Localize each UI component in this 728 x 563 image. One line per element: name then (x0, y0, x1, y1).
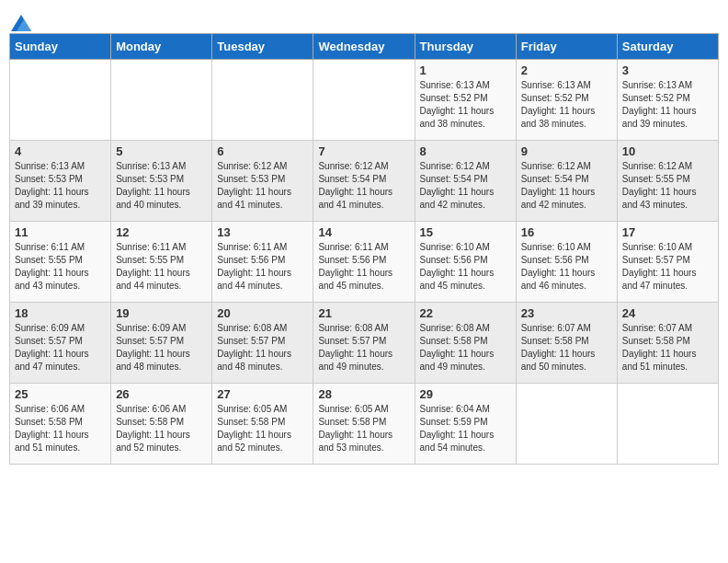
day-info: Sunrise: 6:12 AM Sunset: 5:54 PM Dayligh… (420, 161, 495, 210)
day-number: 2 (521, 63, 612, 77)
week-row-2: 4Sunrise: 6:13 AM Sunset: 5:53 PM Daylig… (10, 141, 719, 222)
day-cell: 15Sunrise: 6:10 AM Sunset: 5:56 PM Dayli… (415, 222, 516, 303)
week-row-1: 1Sunrise: 6:13 AM Sunset: 5:52 PM Daylig… (10, 60, 719, 141)
day-number: 25 (15, 387, 106, 401)
day-cell (313, 60, 415, 141)
day-number: 7 (318, 144, 409, 158)
day-info: Sunrise: 6:07 AM Sunset: 5:58 PM Dayligh… (622, 323, 697, 372)
day-number: 20 (217, 306, 308, 320)
day-number: 9 (521, 144, 612, 158)
day-info: Sunrise: 6:10 AM Sunset: 5:56 PM Dayligh… (420, 242, 495, 291)
day-cell: 12Sunrise: 6:11 AM Sunset: 5:55 PM Dayli… (111, 222, 212, 303)
day-cell: 8Sunrise: 6:12 AM Sunset: 5:54 PM Daylig… (415, 141, 516, 222)
day-cell: 10Sunrise: 6:12 AM Sunset: 5:55 PM Dayli… (617, 141, 718, 222)
day-cell (617, 384, 718, 465)
day-number: 12 (116, 225, 207, 239)
day-number: 4 (15, 144, 106, 158)
day-info: Sunrise: 6:05 AM Sunset: 5:58 PM Dayligh… (318, 404, 392, 453)
day-cell: 24Sunrise: 6:07 AM Sunset: 5:58 PM Dayli… (617, 303, 718, 384)
day-cell: 17Sunrise: 6:10 AM Sunset: 5:57 PM Dayli… (617, 222, 718, 303)
day-info: Sunrise: 6:10 AM Sunset: 5:57 PM Dayligh… (622, 242, 697, 291)
day-info: Sunrise: 6:12 AM Sunset: 5:55 PM Dayligh… (622, 161, 697, 210)
day-info: Sunrise: 6:12 AM Sunset: 5:53 PM Dayligh… (217, 161, 291, 210)
header-cell-tuesday: Tuesday (212, 34, 313, 60)
day-cell: 2Sunrise: 6:13 AM Sunset: 5:52 PM Daylig… (516, 60, 617, 141)
day-cell: 5Sunrise: 6:13 AM Sunset: 5:53 PM Daylig… (111, 141, 212, 222)
day-number: 8 (420, 144, 511, 158)
day-number: 26 (116, 387, 207, 401)
day-cell: 1Sunrise: 6:13 AM Sunset: 5:52 PM Daylig… (415, 60, 516, 141)
day-cell: 26Sunrise: 6:06 AM Sunset: 5:58 PM Dayli… (111, 384, 212, 465)
day-number: 15 (420, 225, 511, 239)
day-info: Sunrise: 6:06 AM Sunset: 5:58 PM Dayligh… (116, 404, 190, 453)
week-row-3: 11Sunrise: 6:11 AM Sunset: 5:55 PM Dayli… (10, 222, 719, 303)
day-info: Sunrise: 6:11 AM Sunset: 5:56 PM Dayligh… (318, 242, 392, 291)
day-info: Sunrise: 6:11 AM Sunset: 5:56 PM Dayligh… (217, 242, 291, 291)
day-number: 23 (521, 306, 612, 320)
day-cell (111, 60, 212, 141)
day-cell (212, 60, 313, 141)
day-info: Sunrise: 6:08 AM Sunset: 5:57 PM Dayligh… (217, 323, 291, 372)
day-cell (516, 384, 617, 465)
day-cell: 25Sunrise: 6:06 AM Sunset: 5:58 PM Dayli… (10, 384, 111, 465)
day-cell: 13Sunrise: 6:11 AM Sunset: 5:56 PM Dayli… (212, 222, 313, 303)
day-info: Sunrise: 6:13 AM Sunset: 5:52 PM Dayligh… (521, 80, 596, 129)
day-info: Sunrise: 6:11 AM Sunset: 5:55 PM Dayligh… (15, 242, 89, 291)
day-info: Sunrise: 6:10 AM Sunset: 5:56 PM Dayligh… (521, 242, 596, 291)
day-number: 16 (521, 225, 612, 239)
day-cell: 20Sunrise: 6:08 AM Sunset: 5:57 PM Dayli… (212, 303, 313, 384)
day-number: 28 (318, 387, 409, 401)
day-info: Sunrise: 6:07 AM Sunset: 5:58 PM Dayligh… (521, 323, 596, 372)
day-info: Sunrise: 6:06 AM Sunset: 5:58 PM Dayligh… (15, 404, 89, 453)
day-cell: 7Sunrise: 6:12 AM Sunset: 5:54 PM Daylig… (313, 141, 415, 222)
day-cell: 16Sunrise: 6:10 AM Sunset: 5:56 PM Dayli… (516, 222, 617, 303)
day-cell: 3Sunrise: 6:13 AM Sunset: 5:52 PM Daylig… (617, 60, 718, 141)
day-number: 14 (318, 225, 409, 239)
header (9, 9, 719, 28)
header-cell-monday: Monday (111, 34, 212, 60)
week-row-4: 18Sunrise: 6:09 AM Sunset: 5:57 PM Dayli… (10, 303, 719, 384)
day-info: Sunrise: 6:11 AM Sunset: 5:55 PM Dayligh… (116, 242, 190, 291)
day-cell: 29Sunrise: 6:04 AM Sunset: 5:59 PM Dayli… (415, 384, 516, 465)
day-cell (10, 60, 111, 141)
day-number: 24 (622, 306, 713, 320)
day-cell: 21Sunrise: 6:08 AM Sunset: 5:57 PM Dayli… (313, 303, 415, 384)
header-cell-friday: Friday (516, 34, 617, 60)
day-cell: 23Sunrise: 6:07 AM Sunset: 5:58 PM Dayli… (516, 303, 617, 384)
day-number: 11 (15, 225, 106, 239)
day-number: 22 (420, 306, 511, 320)
week-row-5: 25Sunrise: 6:06 AM Sunset: 5:58 PM Dayli… (10, 384, 719, 465)
day-info: Sunrise: 6:13 AM Sunset: 5:53 PM Dayligh… (15, 161, 89, 210)
day-number: 19 (116, 306, 207, 320)
day-number: 3 (622, 63, 713, 77)
day-number: 21 (318, 306, 409, 320)
day-info: Sunrise: 6:04 AM Sunset: 5:59 PM Dayligh… (420, 404, 495, 453)
day-number: 1 (420, 63, 511, 77)
day-info: Sunrise: 6:12 AM Sunset: 5:54 PM Dayligh… (318, 161, 392, 210)
day-info: Sunrise: 6:05 AM Sunset: 5:58 PM Dayligh… (217, 404, 291, 453)
calendar-table: SundayMondayTuesdayWednesdayThursdayFrid… (9, 33, 719, 465)
day-number: 13 (217, 225, 308, 239)
day-cell: 19Sunrise: 6:09 AM Sunset: 5:57 PM Dayli… (111, 303, 212, 384)
day-number: 6 (217, 144, 308, 158)
header-cell-saturday: Saturday (617, 34, 718, 60)
day-cell: 9Sunrise: 6:12 AM Sunset: 5:54 PM Daylig… (516, 141, 617, 222)
header-row: SundayMondayTuesdayWednesdayThursdayFrid… (10, 34, 719, 60)
day-info: Sunrise: 6:08 AM Sunset: 5:58 PM Dayligh… (420, 323, 495, 372)
day-cell: 6Sunrise: 6:12 AM Sunset: 5:53 PM Daylig… (212, 141, 313, 222)
day-cell: 14Sunrise: 6:11 AM Sunset: 5:56 PM Dayli… (313, 222, 415, 303)
day-number: 29 (420, 387, 511, 401)
day-info: Sunrise: 6:13 AM Sunset: 5:52 PM Dayligh… (622, 80, 697, 129)
day-number: 27 (217, 387, 308, 401)
day-cell: 11Sunrise: 6:11 AM Sunset: 5:55 PM Dayli… (10, 222, 111, 303)
day-cell: 28Sunrise: 6:05 AM Sunset: 5:58 PM Dayli… (313, 384, 415, 465)
header-cell-thursday: Thursday (415, 34, 516, 60)
day-info: Sunrise: 6:09 AM Sunset: 5:57 PM Dayligh… (15, 323, 89, 372)
day-cell: 4Sunrise: 6:13 AM Sunset: 5:53 PM Daylig… (10, 141, 111, 222)
day-cell: 22Sunrise: 6:08 AM Sunset: 5:58 PM Dayli… (415, 303, 516, 384)
header-cell-sunday: Sunday (10, 34, 111, 60)
day-info: Sunrise: 6:09 AM Sunset: 5:57 PM Dayligh… (116, 323, 190, 372)
day-number: 17 (622, 225, 713, 239)
day-info: Sunrise: 6:13 AM Sunset: 5:53 PM Dayligh… (116, 161, 190, 210)
logo-icon (11, 15, 31, 31)
